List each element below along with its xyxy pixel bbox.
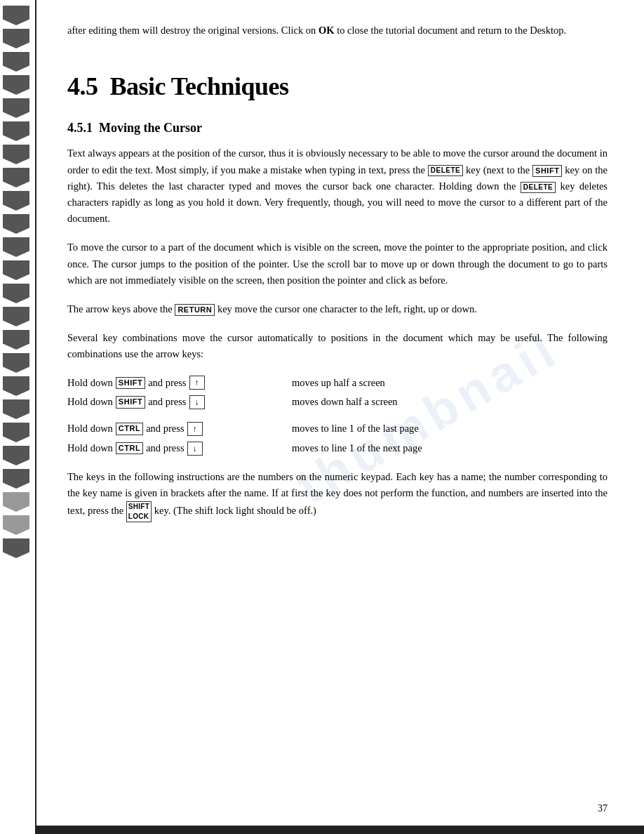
tab-mark (3, 214, 29, 234)
tab-marks (0, 0, 35, 560)
tab-mark (3, 145, 29, 164)
hold-down-label: Hold down (67, 421, 113, 437)
ctrl-key-2: CTRL (116, 442, 143, 454)
hold-down-label: Hold down (67, 376, 113, 391)
bottom-bar (36, 826, 644, 834)
subsection-title: 4.5.1 Moving the Cursor (67, 121, 608, 135)
shift-key-combo: SHIFT (116, 377, 145, 389)
key-row-shift-up: Hold down SHIFT and press ↑ moves up hal… (67, 376, 608, 391)
key-desc-ctrl-down: moves to line 1 of the next page (292, 441, 608, 456)
and-press-label: and press (148, 395, 186, 410)
down-arrow-key-2: ↓ (187, 442, 203, 456)
tab-mark (3, 492, 29, 512)
shift-key-combo-2: SHIFT (116, 396, 145, 408)
page-number: 37 (598, 803, 608, 814)
up-arrow-key: ↑ (189, 376, 205, 390)
and-press-label: and press (146, 441, 184, 456)
tab-mark (3, 469, 29, 489)
intro-paragraph: after editing them will destroy the orig… (67, 22, 608, 38)
down-arrow-key: ↓ (189, 395, 205, 409)
paragraph-1: Text always appears at the position of t… (67, 145, 608, 227)
tab-mark (3, 191, 29, 211)
final-paragraph: The keys in the following instructions a… (67, 469, 608, 522)
tab-mark (3, 98, 29, 118)
tab-mark (3, 307, 29, 326)
tab-mark (3, 399, 29, 419)
tab-mark (3, 75, 29, 95)
tab-mark (3, 423, 29, 442)
key-row-label: Hold down CTRL and press ↑ (67, 421, 292, 437)
key-row-label: Hold down SHIFT and press ↓ (67, 395, 292, 410)
tab-mark (3, 29, 29, 48)
tab-mark (3, 121, 29, 141)
tab-mark (3, 515, 29, 535)
and-press-label: and press (146, 421, 184, 437)
tab-mark (3, 168, 29, 187)
key-desc-ctrl-up: moves to line 1 of the last page (292, 421, 608, 437)
tab-mark (3, 6, 29, 25)
hold-down-label: Hold down (67, 441, 113, 456)
shift-key: SHIFT (532, 165, 562, 177)
ctrl-key: CTRL (116, 423, 143, 435)
tab-mark (3, 237, 29, 257)
delete-key-2: DELETE (521, 182, 556, 193)
paragraph-3: The arrow keys above the RETURN key move… (67, 301, 608, 317)
tab-mark (3, 376, 29, 396)
key-desc-shift-up: moves up half a screen (292, 376, 608, 391)
shiftlock-key: SHIFTLOCK (126, 501, 152, 522)
return-key: RETURN (175, 304, 215, 316)
tab-mark (3, 353, 29, 373)
left-tab-strip (0, 0, 36, 834)
paragraph-2: To move the cursor to a part of the docu… (67, 239, 608, 289)
content-area: thumbnail after editing them will destro… (36, 0, 644, 834)
tab-mark (3, 446, 29, 465)
delete-key: DELETE (428, 165, 463, 176)
key-row-label: Hold down SHIFT and press ↑ (67, 376, 292, 391)
key-row-shift-down: Hold down SHIFT and press ↓ moves down h… (67, 395, 608, 410)
section-title: 4.5 Basic Techniques (67, 72, 608, 101)
page: thumbnail after editing them will destro… (0, 0, 644, 834)
tab-mark (3, 260, 29, 280)
and-press-label: and press (148, 376, 186, 391)
paragraph-4: Several key combinations move the cursor… (67, 330, 608, 362)
tab-mark (3, 52, 29, 72)
key-row-label: Hold down CTRL and press ↓ (67, 441, 292, 456)
tab-mark (3, 284, 29, 303)
tab-mark (3, 330, 29, 350)
key-row-ctrl-down: Hold down CTRL and press ↓ moves to line… (67, 441, 608, 456)
key-combo-table: Hold down SHIFT and press ↑ moves up hal… (67, 376, 608, 456)
key-desc-shift-down: moves down half a screen (292, 395, 608, 410)
hold-down-label: Hold down (67, 395, 113, 410)
key-row-ctrl-up: Hold down CTRL and press ↑ moves to line… (67, 421, 608, 437)
tab-mark (3, 538, 29, 558)
up-arrow-key-2: ↑ (187, 422, 203, 436)
